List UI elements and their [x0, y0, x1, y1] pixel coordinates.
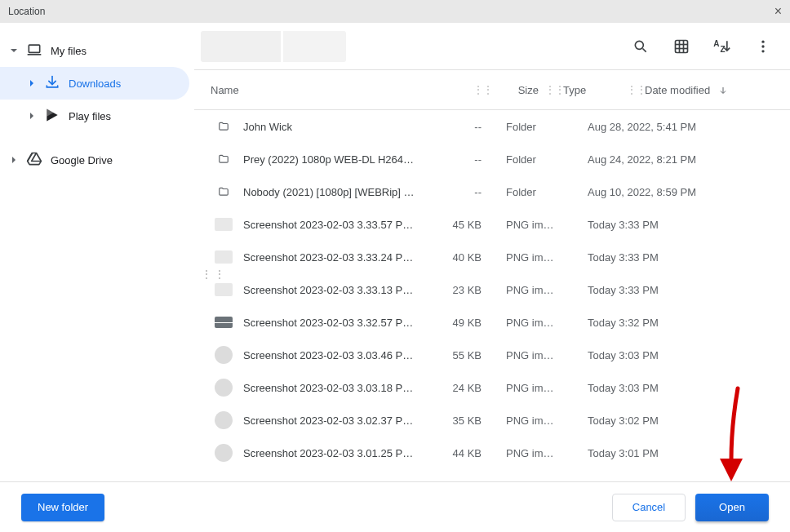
grid-view-icon[interactable] [672, 38, 690, 55]
sidebar-item-label: Play files [69, 110, 111, 122]
file-date: Today 3:32 PM [578, 317, 726, 329]
sidebar-item-play-files[interactable]: Play files [0, 100, 194, 132]
google-drive-icon [26, 151, 42, 170]
file-type: PNG im… [496, 447, 570, 459]
file-type: PNG im… [496, 219, 570, 231]
sort-desc-icon [718, 86, 728, 98]
play-icon [44, 107, 60, 126]
column-resize-handle[interactable]: ⋮⋮ [545, 84, 553, 95]
folder-icon [211, 121, 237, 132]
footer: New folder Cancel Open [0, 481, 790, 532]
file-type: PNG im… [496, 349, 570, 361]
table-header: Name ⋮⋮ Size ⋮⋮ Type ⋮⋮ Date modified [194, 70, 790, 109]
file-row[interactable]: John Wick--FolderAug 28, 2022, 5:41 PM [194, 110, 790, 143]
breadcrumb[interactable] [201, 31, 346, 62]
search-icon[interactable] [632, 38, 650, 55]
svg-text:Z: Z [721, 44, 726, 53]
file-date: Today 3:02 PM [578, 415, 726, 427]
laptop-icon [26, 42, 42, 60]
file-type: Folder [496, 153, 570, 166]
open-button[interactable]: Open [695, 494, 769, 521]
file-date: Today 3:33 PM [578, 284, 726, 296]
svg-point-14 [761, 50, 764, 52]
svg-rect-4 [676, 40, 688, 52]
content-header: AZ [194, 23, 790, 70]
column-header-type[interactable]: Type [553, 84, 627, 96]
file-type: PNG im… [496, 317, 570, 329]
svg-text:A: A [713, 39, 719, 48]
folder-icon [211, 153, 237, 165]
file-name: Screenshot 2023-02-03 3.02.37 PM.p… [237, 415, 416, 427]
column-header-date[interactable]: Date modified [635, 84, 783, 96]
svg-point-13 [761, 45, 764, 47]
sidebar-item-google-drive[interactable]: Google Drive [0, 144, 194, 176]
column-header-name[interactable]: Name [211, 84, 473, 96]
cancel-button[interactable]: Cancel [612, 494, 686, 521]
file-name: Screenshot 2023-02-03 3.03.46 PM.p… [237, 349, 416, 361]
chevron-right-icon[interactable] [10, 156, 18, 164]
file-date: Aug 10, 2022, 8:59 PM [578, 186, 726, 198]
file-thumbnail [211, 379, 237, 397]
file-row[interactable]: Screenshot 2023-02-03 3.33.24 PM.p…40 KB… [194, 241, 790, 273]
chevron-down-icon[interactable] [10, 47, 18, 55]
file-name: Screenshot 2023-02-03 3.01.25 PM.p… [237, 447, 416, 459]
column-header-size[interactable]: Size [482, 84, 545, 96]
svg-line-3 [643, 48, 646, 51]
sort-az-icon[interactable]: AZ [713, 38, 731, 55]
file-size: 55 KB [424, 349, 488, 361]
file-name: Prey (2022) 1080p WEB-DL H264 iTA… [237, 153, 416, 166]
file-date: Today 3:03 PM [578, 349, 726, 361]
file-thumbnail [211, 283, 237, 296]
file-name: Screenshot 2023-02-03 3.33.57 PM.p… [237, 219, 416, 231]
titlebar: Location × [0, 0, 790, 23]
chevron-right-icon[interactable] [28, 112, 36, 120]
file-type: PNG im… [496, 382, 570, 394]
file-row[interactable]: Screenshot 2023-02-03 3.03.18 PM.p…24 KB… [194, 371, 790, 404]
file-date: Aug 28, 2022, 5:41 PM [578, 121, 726, 133]
file-name: John Wick [237, 121, 416, 133]
file-size: 40 KB [424, 251, 488, 264]
chevron-right-icon[interactable] [28, 79, 36, 87]
file-row[interactable]: Screenshot 2023-02-03 3.03.46 PM.p…55 KB… [194, 339, 790, 371]
file-list[interactable]: John Wick--FolderAug 28, 2022, 5:41 PMPr… [194, 109, 790, 481]
file-type: PNG im… [496, 251, 570, 264]
column-resize-handle[interactable]: ⋮⋮ [627, 84, 635, 95]
file-size: -- [424, 121, 488, 133]
file-size: -- [424, 153, 488, 166]
svg-point-2 [635, 41, 643, 49]
new-folder-button[interactable]: New folder [21, 494, 104, 521]
file-size: 45 KB [424, 219, 488, 231]
file-name: Nobody (2021) [1080p] [WEBRip] [5.1]… [237, 186, 416, 198]
download-icon [44, 74, 60, 93]
folder-icon [211, 186, 237, 197]
file-row[interactable]: Nobody (2021) [1080p] [WEBRip] [5.1]…--F… [194, 175, 790, 208]
file-row[interactable]: Screenshot 2023-02-03 3.01.25 PM.p…44 KB… [194, 437, 790, 469]
file-row[interactable]: Screenshot 2023-02-03 3.33.57 PM.p…45 KB… [194, 208, 790, 241]
file-thumbnail [211, 250, 237, 264]
file-row[interactable]: Screenshot 2023-02-03 3.02.37 PM.p…35 KB… [194, 404, 790, 437]
sidebar-item-my-files[interactable]: My files [0, 34, 194, 67]
file-type: Folder [496, 186, 570, 198]
file-date: Today 3:01 PM [578, 447, 726, 459]
more-vert-icon[interactable] [754, 38, 772, 55]
sidebar-item-label: My files [51, 45, 87, 57]
file-name: Screenshot 2023-02-03 3.32.57 PM.p… [237, 317, 416, 329]
file-date: Today 3:33 PM [578, 219, 726, 231]
svg-point-12 [761, 40, 764, 42]
content: AZ Name ⋮⋮ Size ⋮⋮ Type ⋮⋮ Date modified… [194, 23, 790, 481]
close-icon[interactable]: × [774, 5, 782, 18]
file-size: 24 KB [424, 382, 488, 394]
sidebar: My files Downloads Play files [0, 23, 194, 481]
sidebar-item-downloads[interactable]: Downloads [0, 67, 189, 100]
sidebar-item-label: Google Drive [51, 154, 113, 166]
file-name: Screenshot 2023-02-03 3.33.24 PM.p… [237, 251, 416, 264]
file-thumbnail [211, 444, 237, 462]
sidebar-item-label: Downloads [69, 78, 121, 90]
file-row[interactable]: Screenshot 2023-02-03 3.32.57 PM.p…49 KB… [194, 306, 790, 339]
file-name: Screenshot 2023-02-03 3.33.13 PM.p… [237, 284, 416, 296]
file-size: -- [424, 186, 488, 198]
file-row[interactable]: Prey (2022) 1080p WEB-DL H264 iTA…--Fold… [194, 143, 790, 175]
file-row[interactable]: Screenshot 2023-02-03 3.33.13 PM.p…23 KB… [194, 273, 790, 306]
column-resize-handle[interactable]: ⋮⋮ [473, 84, 482, 95]
file-name: Screenshot 2023-02-03 3.03.18 PM.p… [237, 382, 416, 394]
